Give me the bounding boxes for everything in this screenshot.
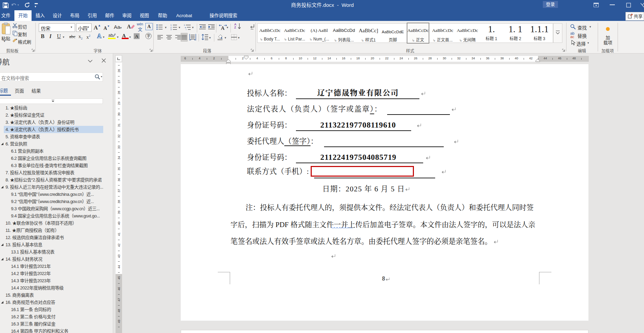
svg-text:2: 2 — [170, 26, 172, 28]
svg-text:3: 3 — [170, 28, 172, 30]
svg-text:1: 1 — [170, 24, 172, 26]
svg-text:1: 1 — [184, 24, 185, 26]
svg-text:i: i — [186, 28, 186, 30]
svg-text:A: A — [221, 25, 225, 30]
svg-text:a: a — [185, 26, 186, 28]
